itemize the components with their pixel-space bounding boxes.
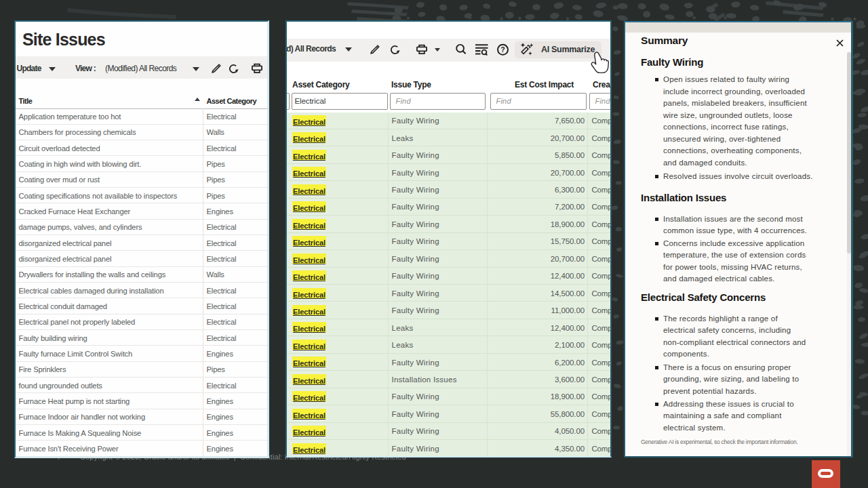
svg-text:?: ? [500, 45, 505, 54]
